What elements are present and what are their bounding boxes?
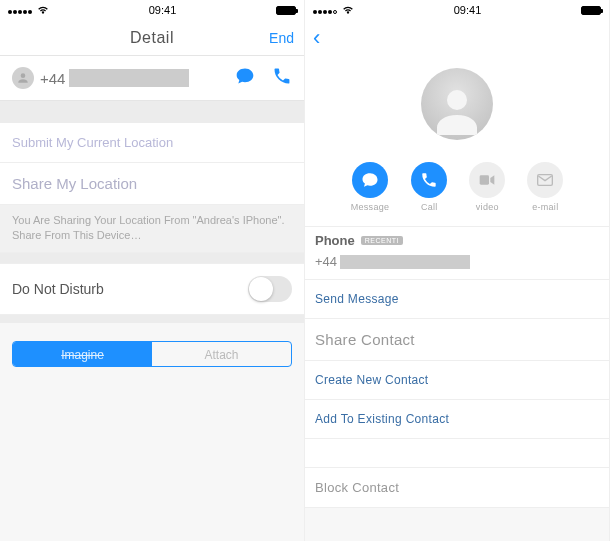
send-message-row[interactable]: Send Message bbox=[305, 280, 609, 319]
dnd-toggle[interactable] bbox=[248, 276, 292, 302]
status-bar: 09:41 bbox=[0, 0, 304, 20]
end-button[interactable]: End bbox=[269, 30, 294, 46]
share-contact-row[interactable]: Share Contact bbox=[305, 319, 609, 361]
battery-icon bbox=[581, 6, 601, 15]
page-title: Detail bbox=[130, 29, 174, 47]
seg-attach[interactable]: Attach bbox=[152, 342, 291, 366]
clock: 09:41 bbox=[454, 4, 482, 16]
wifi-icon bbox=[342, 5, 354, 15]
seg-imagine[interactable]: Imagine bbox=[13, 342, 152, 366]
clock: 09:41 bbox=[149, 4, 177, 16]
phone-redacted bbox=[69, 69, 189, 87]
video-circle-icon bbox=[469, 162, 505, 198]
contact-header: +44 bbox=[0, 56, 304, 101]
segmented-control[interactable]: Imagine Attach bbox=[12, 341, 292, 367]
signal-dots-icon bbox=[313, 4, 338, 16]
phone-redacted bbox=[340, 255, 470, 269]
create-contact-row[interactable]: Create New Contact bbox=[305, 361, 609, 400]
email-action[interactable]: e-mail bbox=[527, 162, 563, 212]
svg-rect-0 bbox=[480, 175, 489, 184]
signal-dots-icon bbox=[8, 4, 33, 16]
call-circle-icon bbox=[411, 162, 447, 198]
video-action[interactable]: video bbox=[469, 162, 505, 212]
contact-screen: 09:41 ‹ Message Call bbox=[305, 0, 610, 541]
avatar-large-icon bbox=[421, 68, 493, 140]
message-action[interactable]: Message bbox=[351, 162, 390, 212]
contact-hero: Message Call video e-mail bbox=[305, 56, 609, 226]
block-contact-row[interactable]: Block Contact bbox=[305, 467, 609, 508]
message-icon[interactable] bbox=[234, 66, 256, 90]
detail-screen: 09:41 Detail End +44 Submit My Current L… bbox=[0, 0, 305, 541]
wifi-icon bbox=[37, 5, 49, 15]
phone-section-head: Phone RECENTI bbox=[305, 226, 609, 250]
submit-location-row[interactable]: Submit My Current Location bbox=[0, 123, 304, 163]
add-existing-row[interactable]: Add To Existing Contact bbox=[305, 400, 609, 439]
action-row: Message Call video e-mail bbox=[351, 162, 564, 212]
message-circle-icon bbox=[352, 162, 388, 198]
nav-bar: Detail End bbox=[0, 20, 304, 56]
call-icon[interactable] bbox=[272, 66, 292, 90]
recent-badge: RECENTI bbox=[361, 236, 403, 245]
dnd-label: Do Not Disturb bbox=[12, 281, 104, 297]
back-button[interactable]: ‹ bbox=[313, 25, 320, 51]
sharing-note: You Are Sharing Your Location From "Andr… bbox=[0, 205, 304, 253]
phone-prefix: +44 bbox=[40, 70, 65, 87]
dnd-row: Do Not Disturb bbox=[0, 263, 304, 315]
share-location-row[interactable]: Share My Location bbox=[0, 163, 304, 205]
email-circle-icon bbox=[527, 162, 563, 198]
battery-icon bbox=[276, 6, 296, 15]
status-bar: 09:41 bbox=[305, 0, 609, 20]
phone-number-row[interactable]: +44 bbox=[305, 250, 609, 280]
avatar-icon bbox=[12, 67, 34, 89]
call-action[interactable]: Call bbox=[411, 162, 447, 212]
nav-bar: ‹ bbox=[305, 20, 609, 56]
